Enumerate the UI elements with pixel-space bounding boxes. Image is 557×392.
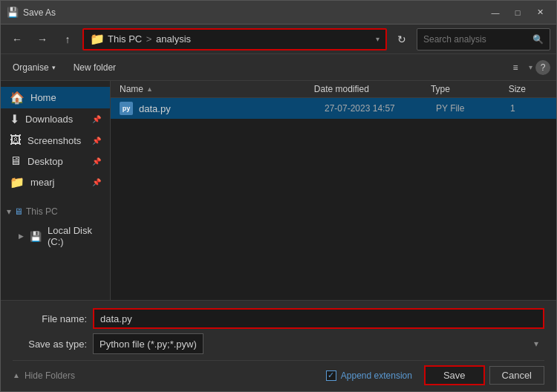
view-icon: ≡ bbox=[512, 62, 518, 73]
append-extension-label: Append extension bbox=[341, 370, 412, 381]
sidebar-item-mearj[interactable]: 📁 mearj 📌 bbox=[1, 172, 110, 193]
sidebar-item-downloads[interactable]: ⬇ Downloads 📌 bbox=[1, 108, 110, 130]
save-as-dialog: 💾 Save As — □ ✕ ← → ↑ 📁 This PC > analys… bbox=[0, 0, 557, 392]
bottom-actions: ▲ Hide Folders ✓ Append extension Save C… bbox=[13, 360, 544, 385]
sidebar-item-local-disk-label: Local Disk (C:) bbox=[48, 225, 101, 247]
file-list: py data.py 27-07-2023 14:57 PY File 1 bbox=[111, 98, 556, 300]
title-bar: 💾 Save As — □ ✕ bbox=[1, 1, 556, 24]
cancel-button[interactable]: Cancel bbox=[489, 366, 544, 385]
column-date-label: Date modified bbox=[314, 84, 369, 94]
file-area: Name ▲ Date modified Type Size py bbox=[111, 81, 556, 300]
this-pc-label: This PC bbox=[26, 206, 58, 217]
savetype-row: Save as type: Python file (*.py;*.pyw) bbox=[13, 333, 544, 354]
local-disk-expand-icon: ▶ bbox=[19, 232, 24, 240]
new-folder-button[interactable]: New folder bbox=[68, 59, 122, 76]
view-controls: ≡ ▾ ? bbox=[505, 57, 550, 78]
column-size[interactable]: Size bbox=[509, 84, 547, 94]
sidebar: 🏠 Home ⬇ Downloads 📌 🖼 Screenshots 📌 🖥 D… bbox=[1, 81, 111, 300]
hide-folders-chevron-icon: ▲ bbox=[13, 371, 20, 379]
back-button[interactable]: ← bbox=[7, 29, 27, 50]
help-button[interactable]: ? bbox=[535, 60, 550, 75]
search-bar[interactable]: 🔍 bbox=[417, 28, 550, 50]
column-type[interactable]: Type bbox=[431, 84, 509, 94]
sidebar-item-local-disk[interactable]: ▶ 💾 Local Disk (C:) bbox=[1, 221, 110, 251]
sort-arrow-icon: ▲ bbox=[146, 85, 153, 93]
screenshots-pin-icon: 📌 bbox=[92, 137, 101, 145]
bottom-section: File name: Save as type: Python file (*.… bbox=[1, 300, 556, 391]
sidebar-item-home[interactable]: 🏠 Home bbox=[1, 87, 110, 108]
address-breadcrumb: This PC > analysis bbox=[108, 33, 191, 45]
file-name: data.py bbox=[139, 103, 325, 114]
file-size: 1 bbox=[510, 103, 547, 114]
view-chevron-icon: ▾ bbox=[529, 63, 532, 71]
desktop-pin-icon: 📌 bbox=[92, 157, 101, 166]
sidebar-item-desktop[interactable]: 🖥 Desktop 📌 bbox=[1, 151, 110, 172]
dialog-title: Save As bbox=[23, 7, 485, 18]
hide-folders-label: Hide Folders bbox=[25, 370, 75, 381]
organise-label: Organise bbox=[13, 62, 49, 73]
maximize-button[interactable]: □ bbox=[507, 5, 528, 20]
file-header: Name ▲ Date modified Type Size bbox=[111, 81, 556, 98]
up-button[interactable]: ↑ bbox=[57, 29, 78, 50]
downloads-pin-icon: 📌 bbox=[92, 115, 101, 123]
savetype-select[interactable]: Python file (*.py;*.pyw) bbox=[93, 333, 203, 354]
mearj-pin-icon: 📌 bbox=[92, 178, 101, 186]
file-type: PY File bbox=[436, 103, 510, 114]
filename-label: File name: bbox=[13, 313, 87, 324]
address-chevron-icon: ▾ bbox=[376, 35, 380, 43]
filename-input[interactable] bbox=[93, 308, 544, 329]
file-type-icon: py bbox=[120, 102, 133, 115]
savetype-wrapper: Python file (*.py;*.pyw) bbox=[93, 333, 544, 354]
sidebar-item-home-label: Home bbox=[30, 92, 56, 103]
view-toggle-button[interactable]: ≡ bbox=[505, 57, 526, 78]
append-extension-checkbox[interactable]: ✓ bbox=[326, 370, 336, 381]
organise-chevron-icon: ▾ bbox=[52, 64, 56, 71]
home-icon: 🏠 bbox=[10, 91, 25, 105]
search-input[interactable] bbox=[423, 34, 530, 45]
breadcrumb-folder: analysis bbox=[156, 33, 191, 45]
column-name[interactable]: Name ▲ bbox=[120, 84, 314, 94]
table-row[interactable]: py data.py 27-07-2023 14:57 PY File 1 bbox=[111, 98, 556, 119]
column-size-label: Size bbox=[509, 84, 526, 94]
hide-folders-toggle[interactable]: ▲ Hide Folders bbox=[13, 370, 75, 381]
dialog-icon: 💾 bbox=[7, 7, 19, 19]
column-name-label: Name bbox=[120, 84, 143, 94]
organise-button[interactable]: Organise ▾ bbox=[7, 59, 62, 76]
new-folder-label: New folder bbox=[74, 62, 116, 73]
breadcrumb-desktop: This PC bbox=[108, 33, 142, 45]
filename-row: File name: bbox=[13, 308, 544, 329]
sidebar-item-screenshots[interactable]: 🖼 Screenshots 📌 bbox=[1, 130, 110, 151]
screenshots-icon: 🖼 bbox=[10, 134, 22, 147]
save-button[interactable]: Save bbox=[424, 365, 485, 385]
sidebar-item-mearj-label: mearj bbox=[30, 177, 55, 188]
sidebar-item-screenshots-label: Screenshots bbox=[27, 135, 81, 146]
py-icon: py bbox=[120, 102, 133, 115]
desktop-icon: 🖥 bbox=[10, 154, 22, 168]
file-date: 27-07-2023 14:57 bbox=[325, 103, 436, 114]
this-pc-section[interactable]: ▾ 🖥 This PC bbox=[1, 202, 110, 221]
savetype-label: Save as type: bbox=[13, 339, 87, 350]
this-pc-chevron-icon: ▾ bbox=[7, 206, 11, 217]
address-bar[interactable]: 📁 This PC > analysis ▾ bbox=[82, 28, 387, 50]
append-extension-toggle[interactable]: ✓ Append extension bbox=[326, 370, 412, 381]
address-toolbar: ← → ↑ 📁 This PC > analysis ▾ ↻ 🔍 bbox=[1, 24, 556, 54]
forward-button[interactable]: → bbox=[32, 29, 53, 50]
refresh-button[interactable]: ↻ bbox=[391, 29, 412, 50]
column-date-modified[interactable]: Date modified bbox=[314, 84, 431, 94]
breadcrumb-sep: > bbox=[146, 33, 154, 45]
window-controls: — □ ✕ bbox=[485, 5, 550, 20]
search-icon: 🔍 bbox=[532, 34, 544, 45]
action-bar: Organise ▾ New folder ≡ ▾ ? bbox=[1, 54, 556, 81]
column-type-label: Type bbox=[431, 84, 450, 94]
close-button[interactable]: ✕ bbox=[530, 5, 550, 20]
mearj-icon: 📁 bbox=[10, 175, 25, 189]
sidebar-item-desktop-label: Desktop bbox=[27, 156, 63, 167]
local-disk-icon: 💾 bbox=[30, 231, 42, 242]
downloads-icon: ⬇ bbox=[10, 112, 19, 126]
this-pc-folder-icon: 🖥 bbox=[14, 206, 23, 217]
address-folder-icon: 📁 bbox=[90, 32, 105, 46]
main-content: 🏠 Home ⬇ Downloads 📌 🖼 Screenshots 📌 🖥 D… bbox=[1, 81, 556, 300]
minimize-button[interactable]: — bbox=[485, 5, 506, 20]
sidebar-item-downloads-label: Downloads bbox=[25, 114, 73, 125]
